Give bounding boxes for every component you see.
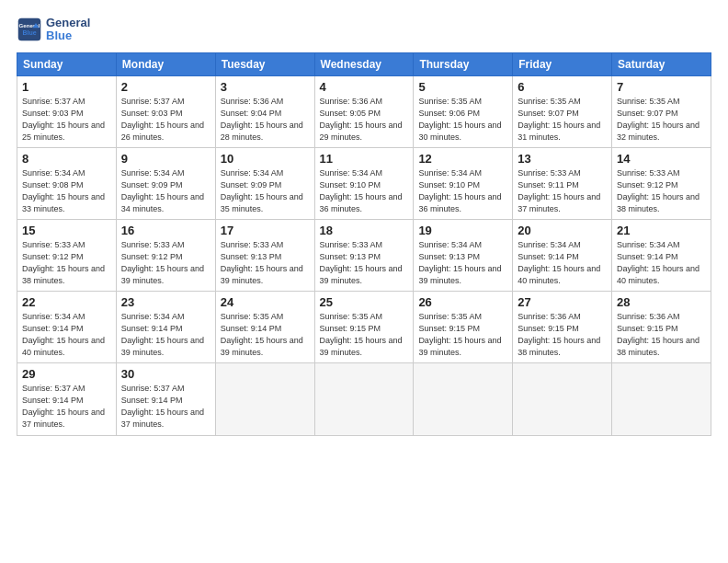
logo-text: General Blue: [46, 17, 90, 43]
col-friday: Friday: [513, 52, 612, 75]
table-row: [215, 363, 314, 435]
table-row: 22Sunrise: 5:34 AMSunset: 9:14 PMDayligh…: [17, 292, 117, 363]
weekday-header-row: Sunday Monday Tuesday Wednesday Thursday…: [17, 52, 711, 75]
col-monday: Monday: [116, 52, 215, 75]
table-row: 2Sunrise: 5:37 AMSunset: 9:03 PMDaylight…: [116, 75, 215, 147]
col-sunday: Sunday: [17, 52, 117, 75]
table-row: 14Sunrise: 5:33 AMSunset: 9:12 PMDayligh…: [612, 147, 711, 219]
calendar-week-3: 15Sunrise: 5:33 AMSunset: 9:12 PMDayligh…: [17, 219, 711, 291]
col-wednesday: Wednesday: [314, 52, 414, 75]
table-row: [314, 363, 414, 435]
table-row: 20Sunrise: 5:34 AMSunset: 9:14 PMDayligh…: [513, 219, 612, 291]
table-row: 17Sunrise: 5:33 AMSunset: 9:13 PMDayligh…: [215, 219, 314, 291]
table-row: 21Sunrise: 5:34 AMSunset: 9:14 PMDayligh…: [612, 219, 711, 291]
table-row: 4Sunrise: 5:36 AMSunset: 9:05 PMDaylight…: [314, 75, 414, 147]
page: General Blue General Blue Sunday Monday …: [0, 0, 728, 563]
table-row: 1Sunrise: 5:37 AMSunset: 9:03 PMDaylight…: [17, 75, 117, 147]
table-row: 26Sunrise: 5:35 AMSunset: 9:15 PMDayligh…: [414, 292, 513, 363]
col-tuesday: Tuesday: [215, 52, 314, 75]
table-row: 10Sunrise: 5:34 AMSunset: 9:09 PMDayligh…: [215, 147, 314, 219]
table-row: 6Sunrise: 5:35 AMSunset: 9:07 PMDaylight…: [513, 75, 612, 147]
svg-text:Blue: Blue: [22, 29, 36, 36]
table-row: 5Sunrise: 5:35 AMSunset: 9:06 PMDaylight…: [414, 75, 513, 147]
table-row: 29Sunrise: 5:37 AMSunset: 9:14 PMDayligh…: [17, 363, 117, 435]
table-row: [612, 363, 711, 435]
table-row: 15Sunrise: 5:33 AMSunset: 9:12 PMDayligh…: [17, 219, 117, 291]
table-row: 3Sunrise: 5:36 AMSunset: 9:04 PMDaylight…: [215, 75, 314, 147]
table-row: 27Sunrise: 5:36 AMSunset: 9:15 PMDayligh…: [513, 292, 612, 363]
header: General Blue General Blue: [17, 17, 711, 43]
calendar-week-2: 8Sunrise: 5:34 AMSunset: 9:08 PMDaylight…: [17, 147, 711, 219]
table-row: 30Sunrise: 5:37 AMSunset: 9:14 PMDayligh…: [116, 363, 215, 435]
calendar-table: Sunday Monday Tuesday Wednesday Thursday…: [17, 52, 711, 436]
col-saturday: Saturday: [612, 52, 711, 75]
table-row: 28Sunrise: 5:36 AMSunset: 9:15 PMDayligh…: [612, 292, 711, 363]
logo-icon: General Blue: [17, 17, 42, 42]
table-row: 18Sunrise: 5:33 AMSunset: 9:13 PMDayligh…: [314, 219, 414, 291]
calendar-week-4: 22Sunrise: 5:34 AMSunset: 9:14 PMDayligh…: [17, 292, 711, 363]
calendar-week-5: 29Sunrise: 5:37 AMSunset: 9:14 PMDayligh…: [17, 363, 711, 435]
table-row: 9Sunrise: 5:34 AMSunset: 9:09 PMDaylight…: [116, 147, 215, 219]
table-row: [513, 363, 612, 435]
table-row: 16Sunrise: 5:33 AMSunset: 9:12 PMDayligh…: [116, 219, 215, 291]
table-row: 13Sunrise: 5:33 AMSunset: 9:11 PMDayligh…: [513, 147, 612, 219]
table-row: 23Sunrise: 5:34 AMSunset: 9:14 PMDayligh…: [116, 292, 215, 363]
table-row: [414, 363, 513, 435]
logo: General Blue General Blue: [17, 17, 90, 43]
col-thursday: Thursday: [414, 52, 513, 75]
table-row: 24Sunrise: 5:35 AMSunset: 9:14 PMDayligh…: [215, 292, 314, 363]
table-row: 8Sunrise: 5:34 AMSunset: 9:08 PMDaylight…: [17, 147, 117, 219]
calendar-week-1: 1Sunrise: 5:37 AMSunset: 9:03 PMDaylight…: [17, 75, 711, 147]
table-row: 11Sunrise: 5:34 AMSunset: 9:10 PMDayligh…: [314, 147, 414, 219]
table-row: 12Sunrise: 5:34 AMSunset: 9:10 PMDayligh…: [414, 147, 513, 219]
table-row: 7Sunrise: 5:35 AMSunset: 9:07 PMDaylight…: [612, 75, 711, 147]
table-row: 19Sunrise: 5:34 AMSunset: 9:13 PMDayligh…: [414, 219, 513, 291]
table-row: 25Sunrise: 5:35 AMSunset: 9:15 PMDayligh…: [314, 292, 414, 363]
